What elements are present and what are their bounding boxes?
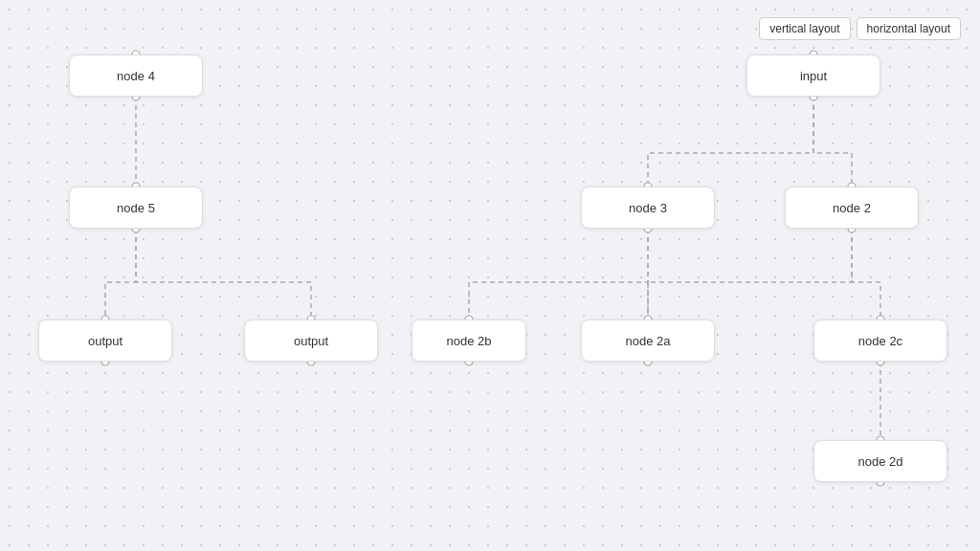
node-2b[interactable]: node 2b [412, 320, 526, 362]
node-2a-label: node 2a [626, 334, 671, 348]
node-5-label: node 5 [117, 201, 155, 215]
node-4-label: node 4 [117, 69, 155, 83]
horizontal-layout-button[interactable]: horizontal layout [857, 17, 961, 40]
node-2-label: node 2 [833, 201, 871, 215]
node-2b-label: node 2b [447, 334, 492, 348]
input-node-label: input [800, 69, 827, 83]
toolbar: vertical layout horizontal layout [759, 17, 961, 40]
node-5[interactable]: node 5 [69, 187, 203, 229]
vertical-layout-button[interactable]: vertical layout [759, 17, 850, 40]
output-1-label: output [88, 334, 122, 348]
node-2d[interactable]: node 2d [813, 440, 947, 482]
node-3[interactable]: node 3 [581, 187, 715, 229]
output-2[interactable]: output [244, 320, 378, 362]
node-2a[interactable]: node 2a [581, 320, 715, 362]
output-2-label: output [294, 334, 328, 348]
node-2c[interactable]: node 2c [813, 320, 947, 362]
output-1[interactable]: output [38, 320, 172, 362]
input-node[interactable]: input [746, 55, 880, 97]
node-2c-label: node 2c [858, 334, 902, 348]
node-4[interactable]: node 4 [69, 55, 203, 97]
node-2d-label: node 2d [858, 454, 903, 469]
node-3-label: node 3 [629, 201, 667, 215]
node-2[interactable]: node 2 [785, 187, 919, 229]
